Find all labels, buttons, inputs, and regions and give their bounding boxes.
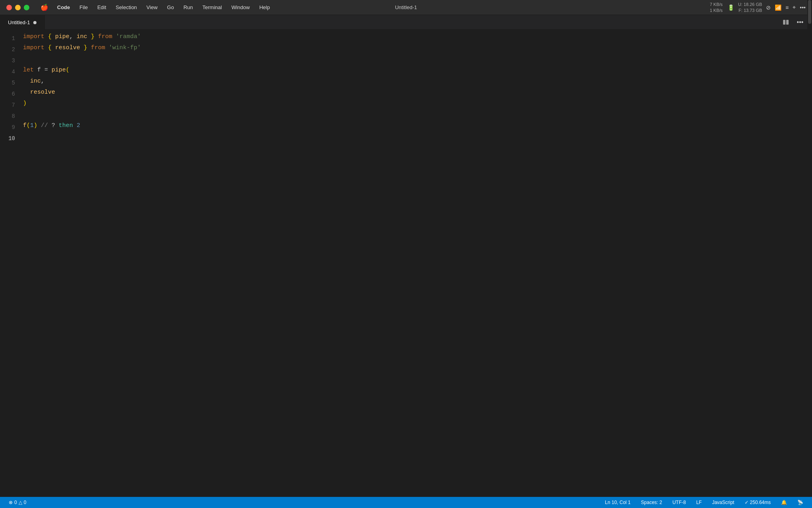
- status-bar-right: Ln 10, Col 1 Spaces: 2 UTF-8 LF JavaScri…: [603, 499, 806, 506]
- gutter: 12345678910: [0, 30, 20, 497]
- line-number-10: 10: [0, 133, 15, 144]
- code-line-9: f(1) // ? then 2: [20, 120, 812, 131]
- menu-view[interactable]: View: [142, 3, 161, 12]
- menu-go[interactable]: Go: [163, 3, 178, 12]
- indent-size[interactable]: Spaces: 2: [639, 499, 665, 506]
- line-number-1: 1: [0, 33, 15, 44]
- code-line-4: let f = pipe(: [20, 65, 812, 76]
- line-number-8: 8: [0, 111, 15, 122]
- wifi-icon: 📶: [775, 4, 781, 11]
- traffic-lights: [6, 5, 29, 10]
- menu-terminal[interactable]: Terminal: [199, 3, 226, 12]
- menu-run[interactable]: Run: [180, 3, 197, 12]
- menu-window[interactable]: Window: [228, 3, 254, 12]
- line-number-3: 3: [0, 55, 15, 66]
- disk-free: F: 13.73 GB: [739, 8, 762, 13]
- network-down: 1 KB/s: [710, 8, 722, 13]
- menu-bar: 🍎 Code File Edit Selection View Go Run T…: [40, 3, 274, 12]
- menu-help[interactable]: Help: [255, 3, 274, 12]
- warning-icon: △: [19, 500, 22, 505]
- line-number-7: 7: [0, 100, 15, 111]
- encoding[interactable]: UTF-8: [670, 499, 688, 506]
- tab-bar: Untitled-1 •••: [0, 15, 812, 30]
- titlebar-left: 🍎 Code File Edit Selection View Go Run T…: [6, 3, 710, 12]
- code-line-10: [20, 131, 812, 142]
- code-line-6: resolve: [20, 87, 812, 98]
- network-info: 7 KB/s 1 KB/s: [710, 2, 722, 13]
- line-ending[interactable]: LF: [694, 499, 704, 506]
- control-center-icon: ≡: [785, 4, 789, 11]
- titlebar-right: 7 KB/s 1 KB/s 🔋 U: 18.26 GB F: 13.73 GB …: [710, 2, 806, 13]
- code-line-2: import { resolve } from 'wink-fp': [20, 42, 812, 54]
- tab-label: Untitled-1: [8, 19, 30, 25]
- stop-icon: ⊘: [766, 4, 771, 11]
- network-up: 7 KB/s: [710, 2, 722, 7]
- code-line-5: inc,: [20, 76, 812, 87]
- disk-used: U: 18.26 GB: [738, 2, 762, 7]
- more-icon: •••: [800, 4, 806, 11]
- minimize-button[interactable]: [15, 5, 21, 10]
- battery-icon: 🔋: [728, 4, 734, 11]
- status-bar-left: ⊗ 0 △ 0: [6, 499, 603, 506]
- more-actions-button[interactable]: •••: [795, 17, 806, 28]
- tab-untitled[interactable]: Untitled-1: [0, 15, 45, 30]
- line-numbers: 12345678910: [0, 31, 20, 144]
- language-mode[interactable]: JavaScript: [710, 499, 737, 506]
- code-line-3: [20, 54, 812, 65]
- maximize-button[interactable]: [24, 5, 29, 10]
- editor-content[interactable]: import { pipe, inc } from 'ramda'import …: [20, 30, 812, 497]
- error-number: 0: [14, 500, 17, 505]
- menu-code[interactable]: Code: [53, 3, 74, 12]
- svg-rect-0: [783, 20, 785, 25]
- close-button[interactable]: [6, 5, 12, 10]
- titlebar: 🍎 Code File Edit Selection View Go Run T…: [0, 0, 812, 15]
- status-bar: ⊗ 0 △ 0 Ln 10, Col 1 Spaces: 2 UTF-8 LF …: [0, 497, 812, 508]
- split-editor-button[interactable]: [780, 17, 791, 28]
- cursor-position[interactable]: Ln 10, Col 1: [603, 499, 633, 506]
- timing-info[interactable]: ✓ 250.64ms: [742, 499, 773, 506]
- scrollbar-thumb[interactable]: [808, 0, 811, 24]
- line-number-9: 9: [0, 122, 15, 133]
- menu-selection[interactable]: Selection: [112, 3, 141, 12]
- line-number-4: 4: [0, 66, 15, 77]
- scrollbar-track[interactable]: [807, 0, 812, 508]
- error-count[interactable]: ⊗ 0 △ 0: [6, 499, 29, 506]
- broadcast-button[interactable]: 📡: [795, 499, 806, 506]
- warning-number: 0: [24, 500, 27, 505]
- code-line-8: [20, 109, 812, 120]
- error-icon: ⊗: [9, 500, 13, 505]
- sys-icons: 🔋 U: 18.26 GB F: 13.73 GB ⊘ 📶 ≡ ⌖ •••: [728, 2, 806, 13]
- pointer-icon: ⌖: [793, 4, 796, 11]
- menu-file[interactable]: File: [76, 3, 92, 12]
- notifications-button[interactable]: 🔔: [779, 499, 789, 506]
- code-line-1: import { pipe, inc } from 'ramda': [20, 31, 812, 42]
- editor-container: 12345678910 import { pipe, inc } from 'r…: [0, 30, 812, 497]
- line-number-5: 5: [0, 77, 15, 89]
- apple-icon: 🍎: [40, 4, 48, 11]
- window-title: Untitled-1: [395, 4, 417, 10]
- svg-rect-1: [786, 20, 789, 25]
- code-line-7: ): [20, 98, 812, 109]
- menu-edit[interactable]: Edit: [93, 3, 110, 12]
- line-number-6: 6: [0, 89, 15, 100]
- tab-modified-dot: [33, 21, 36, 24]
- line-number-2: 2: [0, 44, 15, 55]
- disk-info: U: 18.26 GB F: 13.73 GB: [738, 2, 762, 13]
